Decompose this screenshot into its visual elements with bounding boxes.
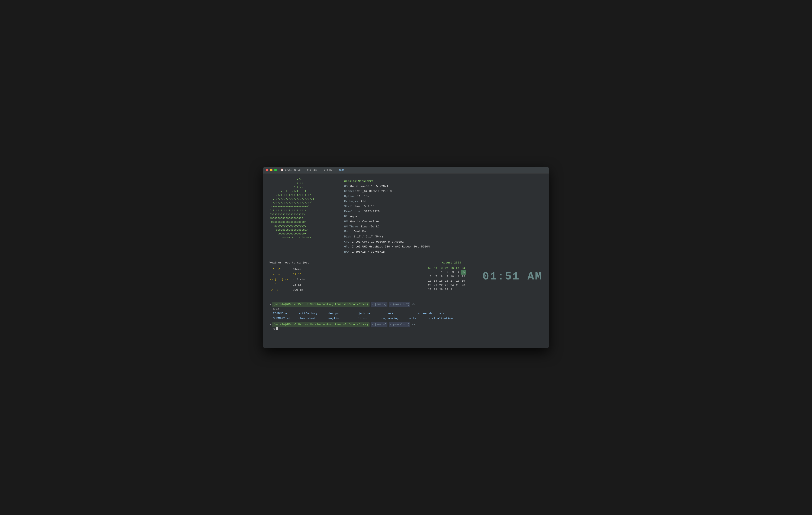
sysinfo-kernel-label: Kernel: <box>344 189 356 194</box>
prompt-arrow-1: -> <box>411 302 415 306</box>
ls-output: README.md artifactory devops jenkins osx… <box>273 311 543 321</box>
sysinfo-packages-label: Packages: <box>344 199 360 204</box>
ls-item-virtualization: virtualization <box>429 316 459 321</box>
close-button[interactable] <box>266 169 268 171</box>
ls-item-screenshot: screenshot <box>418 311 439 316</box>
terminal-window: ⏰ 8/05, 01:53 ⬇ 0.0 kB↓ — 0.0 kB↑ -bash … <box>263 167 549 348</box>
ls-item-devops: devops <box>328 311 358 316</box>
calendar-table: Su Mo Tu We Th Fr Sa 1 <box>427 266 466 292</box>
cal-header-mo: Mo <box>433 266 438 270</box>
cal-header-th: Th <box>449 266 455 270</box>
sysinfo-gpu-value: Intel UHD Graphics 630 / AMD Radeon Pro … <box>352 244 430 249</box>
prompt-caret-2: › <box>269 323 271 327</box>
sysinfo-font-label: Font: <box>344 229 353 234</box>
sysinfo-os-label: OS: <box>344 184 349 189</box>
ls-row-2: SUMMARY.md cheatsheet english linux prog… <box>273 316 543 321</box>
sysinfo-wm-value: Quartz Compositor <box>350 219 380 224</box>
ls-item-readme: README.md <box>273 311 298 316</box>
ls-item-vim: vim <box>439 311 469 316</box>
sysinfo-os-value: 64bit macOS 13.5 22G74 <box>350 184 388 189</box>
sysinfo-wmtheme-value: Blue (Dark) <box>360 224 380 229</box>
title-bar-info: ⏰ 8/05, 01:53 ⬇ 0.0 kB↓ — 0.0 kB↑ -bash <box>281 168 344 171</box>
title-bar: ⏰ 8/05, 01:53 ⬇ 0.0 kB↓ — 0.0 kB↑ -bash <box>263 167 549 173</box>
clock-status: ⏰ 8/05, 01:53 <box>281 168 300 171</box>
ls-item-tools: tools <box>407 316 429 321</box>
maximize-button[interactable] <box>274 169 277 171</box>
prompt-arrow-2: -> <box>411 323 415 327</box>
sysinfo-de-label: DE: <box>344 214 349 219</box>
cal-header-sa: Sa <box>461 266 466 270</box>
prompt-section-1: › (marslo@iMarsloPro ~/iMarslo/tools/git… <box>269 302 543 311</box>
sysinfo-resolution-label: Resolution: <box>344 209 363 214</box>
sysinfo-wm-label: WM: <box>344 219 349 224</box>
ls-item-jenkins: jenkins <box>358 311 388 316</box>
sysinfo: marslo@iMarsloPro OS: 64bit macOS 13.5 2… <box>344 178 430 254</box>
cursor <box>276 327 278 330</box>
sysinfo-resolution-value: 3072x1920 <box>364 209 380 214</box>
sysinfo-kernel-value: x86_64 Darwin 22.6.0 <box>357 189 392 194</box>
prompt-tag-marslo-1: – (marslo *) <box>389 302 410 307</box>
sysinfo-wmtheme-label: WM Theme: <box>344 224 360 229</box>
sysinfo-uptime-value: 11h 15m <box>357 194 369 199</box>
cal-header-su: Su <box>427 266 432 270</box>
clock-section: 01:51 AM <box>482 261 543 293</box>
cal-week-5: 27 28 29 30 31 <box>427 288 466 292</box>
ls-command: ls <box>276 307 279 311</box>
ls-item-english: english <box>328 316 358 321</box>
ascii-art: -/+:. :++++. /+++/. .:-::- .+/:-``.::- .… <box>269 178 336 254</box>
cal-week-1: 1 2 3 4 5 <box>427 270 466 275</box>
sysinfo-cpu-label: CPU: <box>344 239 351 244</box>
sysinfo-disk-label: Disk: <box>344 234 353 239</box>
net-up: — 0.0 kB↑ <box>321 169 334 171</box>
sysinfo-disk-value: 1.1T / 2.1T (54%) <box>354 234 383 239</box>
sysinfo-cpu-value: Intel Core i9-9980HK @ 2.40GHz <box>352 239 404 244</box>
weather-title: Weather report: sanjose <box>269 261 423 265</box>
minimize-button[interactable] <box>270 169 272 171</box>
sysinfo-gpu-label: GPU: <box>344 244 351 249</box>
ls-item-programming: programming <box>380 316 407 321</box>
weather-condition: Clear <box>293 267 305 272</box>
ls-item-artifactory: artifactory <box>298 311 328 316</box>
calendar-section: August 2023 Su Mo Tu We Th Fr Sa <box>427 261 476 293</box>
weather-section: Weather report: sanjose \ / .-..-. -- ( … <box>269 261 423 293</box>
prompt-tag-emacs-1: – [emacs] <box>371 302 387 307</box>
cal-week-3: 13 14 15 16 17 18 19 <box>427 279 466 283</box>
weather-clock-section: Weather report: sanjose \ / .-..-. -- ( … <box>269 261 543 293</box>
sysinfo-username: marslo@iMarsloPro <box>344 179 374 184</box>
net-down: ⬇ 0.0 kB↓ <box>304 168 317 171</box>
cal-header-fr: Fr <box>455 266 460 270</box>
prompt-path-2: (marslo@iMarsloPro ~/iMarslo/tools/git/m… <box>272 322 370 327</box>
sysinfo-shell-label: Shell: <box>344 204 355 209</box>
cal-header-we: We <box>444 266 449 270</box>
prompt-section-2: › (marslo@iMarsloPro ~/iMarslo/tools/git… <box>269 322 543 332</box>
terminal-body: -/+:. :++++. /+++/. .:-::- .+/:-``.::- .… <box>263 173 549 348</box>
ls-item-summary: SUMMARY.md <box>273 316 298 321</box>
ls-item-linux: linux <box>358 316 380 321</box>
prompt-tag-emacs-2: – [emacs] <box>371 322 387 327</box>
clock-display: 01:51 AM <box>482 268 543 285</box>
prompt-path-1: (marslo@iMarsloPro ~/iMarslo/tools/git/m… <box>272 302 370 307</box>
prompt-dollar-1: $ <box>273 307 274 311</box>
prompt-dollar-2: $ <box>273 327 274 331</box>
sysinfo-packages-value: 214 <box>360 199 366 204</box>
sysinfo-shell-value: bash 5.2.15 <box>355 204 374 209</box>
ls-item-cheatsheet: cheatsheet <box>298 316 328 321</box>
prompt-tag-marslo-2: – (marslo *) <box>389 322 410 327</box>
cal-today: 5 <box>461 270 466 275</box>
ls-item-osx: osx <box>388 311 418 316</box>
neofetch-section: -/+:. :++++. /+++/. .:-::- .+/:-``.::- .… <box>269 178 543 254</box>
weather-temperature: 17 °C <box>293 272 305 277</box>
weather-wind: ↙ 2 m/s <box>293 277 305 282</box>
sysinfo-font-value: ComicMono <box>354 229 369 234</box>
sysinfo-ram-value: 14398MiB / 32768MiB <box>352 249 385 254</box>
prompt-caret-1: › <box>269 302 271 306</box>
weather-icon: \ / .-..-. -- ( ) -- '-`-' / \ <box>269 267 289 293</box>
cal-week-4: 20 21 22 23 24 25 26 <box>427 283 466 288</box>
ls-row-1: README.md artifactory devops jenkins osx… <box>273 311 543 316</box>
cal-week-2: 6 7 8 9 10 11 12 <box>427 275 466 279</box>
sysinfo-ram-label: RAM: <box>344 249 351 254</box>
shell-name: -bash <box>337 169 344 171</box>
weather-visibility: 16 km <box>293 282 305 288</box>
sysinfo-de-value: Aqua <box>350 214 357 219</box>
cal-header-tu: Tu <box>438 266 444 270</box>
